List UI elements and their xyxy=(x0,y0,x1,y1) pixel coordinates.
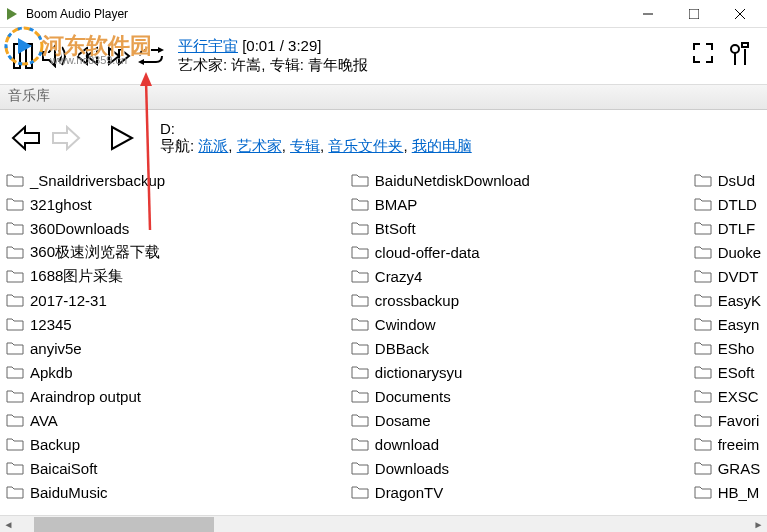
folder-item[interactable]: crossbackup xyxy=(345,288,688,312)
folder-item[interactable]: download xyxy=(345,432,688,456)
scroll-right-button[interactable]: ► xyxy=(750,516,767,533)
folder-item[interactable]: Duoke xyxy=(688,240,767,264)
folder-icon xyxy=(351,413,369,427)
folder-item[interactable]: Easyn xyxy=(688,312,767,336)
folder-item[interactable]: DVDT xyxy=(688,264,767,288)
folder-icon xyxy=(351,197,369,211)
folder-label: BaicaiSoft xyxy=(30,460,98,477)
svg-marker-21 xyxy=(112,127,132,149)
folder-item[interactable]: dictionarysyu xyxy=(345,360,688,384)
folder-label: HB_M xyxy=(718,484,760,501)
svg-marker-7 xyxy=(18,38,32,54)
folder-icon xyxy=(694,197,712,211)
folder-item[interactable]: GRAS xyxy=(688,456,767,480)
folder-item[interactable]: AVA xyxy=(0,408,345,432)
folder-item[interactable]: 360极速浏览器下载 xyxy=(0,240,345,264)
folder-item[interactable]: Backup xyxy=(0,432,345,456)
scroll-thumb[interactable] xyxy=(34,517,214,532)
folder-item[interactable]: EXSC xyxy=(688,384,767,408)
folder-icon xyxy=(694,341,712,355)
folder-item[interactable]: DragonTV xyxy=(345,480,688,504)
nav-back-button[interactable] xyxy=(8,120,44,156)
folder-item[interactable]: 360Downloads xyxy=(0,216,345,240)
folder-icon xyxy=(6,461,24,475)
folder-item[interactable]: DTLF xyxy=(688,216,767,240)
scroll-left-button[interactable]: ◄ xyxy=(0,516,17,533)
folder-label: 360Downloads xyxy=(30,220,129,237)
folder-label: 12345 xyxy=(30,316,72,333)
nav-link-artist[interactable]: 艺术家 xyxy=(237,137,282,154)
folder-icon xyxy=(6,485,24,499)
folder-item[interactable]: Apkdb xyxy=(0,360,345,384)
folder-label: Downloads xyxy=(375,460,449,477)
folder-item[interactable]: 2017-12-31 xyxy=(0,288,345,312)
folder-label: Cwindow xyxy=(375,316,436,333)
folder-label: DBBack xyxy=(375,340,429,357)
folder-item[interactable]: _Snaildriversbackup xyxy=(0,168,345,192)
folder-icon xyxy=(351,437,369,451)
folder-icon xyxy=(351,293,369,307)
nav-label: 导航: xyxy=(160,137,194,154)
folder-icon xyxy=(694,317,712,331)
folder-item[interactable]: DsUd xyxy=(688,168,767,192)
folder-item[interactable]: 1688图片采集 xyxy=(0,264,345,288)
folder-label: EasyK xyxy=(718,292,761,309)
playback-time: [0:01 / 3:29] xyxy=(242,37,321,54)
fullscreen-button[interactable] xyxy=(691,41,715,71)
folder-icon xyxy=(694,485,712,499)
play-all-button[interactable] xyxy=(104,120,140,156)
folder-icon xyxy=(6,317,24,331)
folder-label: crossbackup xyxy=(375,292,459,309)
svg-marker-15 xyxy=(158,47,164,53)
folder-item[interactable]: Araindrop output xyxy=(0,384,345,408)
maximize-button[interactable] xyxy=(671,0,717,28)
nav-link-genre[interactable]: 流派 xyxy=(198,137,228,154)
folder-item[interactable]: HB_M xyxy=(688,480,767,504)
folder-icon xyxy=(6,413,24,427)
settings-button[interactable] xyxy=(729,41,751,71)
nav-link-album[interactable]: 专辑 xyxy=(290,137,320,154)
folder-item[interactable]: Crazy4 xyxy=(345,264,688,288)
folder-icon xyxy=(694,413,712,427)
folder-label: download xyxy=(375,436,439,453)
library-header: 音乐库 xyxy=(0,84,767,110)
album-label: 专辑: xyxy=(270,56,304,73)
folder-icon xyxy=(6,437,24,451)
folder-item[interactable]: DTLD xyxy=(688,192,767,216)
folder-label: Favori xyxy=(718,412,760,429)
minimize-button[interactable] xyxy=(625,0,671,28)
folder-item[interactable]: Documents xyxy=(345,384,688,408)
now-playing-title[interactable]: 平行宇宙 xyxy=(178,37,238,54)
folder-item[interactable]: freeim xyxy=(688,432,767,456)
folder-item[interactable]: BaiduMusic xyxy=(0,480,345,504)
folder-label: Araindrop output xyxy=(30,388,141,405)
folder-item[interactable]: cloud-offer-data xyxy=(345,240,688,264)
folder-icon xyxy=(694,389,712,403)
folder-item[interactable]: Dosame xyxy=(345,408,688,432)
folder-icon xyxy=(6,269,24,283)
folder-item[interactable]: BMAP xyxy=(345,192,688,216)
folder-item[interactable]: EasyK xyxy=(688,288,767,312)
folder-label: Documents xyxy=(375,388,451,405)
folder-item[interactable]: BtSoft xyxy=(345,216,688,240)
folder-item[interactable]: Favori xyxy=(688,408,767,432)
folder-item[interactable]: Downloads xyxy=(345,456,688,480)
folder-item[interactable]: ESho xyxy=(688,336,767,360)
nav-forward-button[interactable] xyxy=(48,120,84,156)
album-name: 青年晚报 xyxy=(308,56,368,73)
folder-item[interactable]: anyiv5e xyxy=(0,336,345,360)
close-button[interactable] xyxy=(717,0,763,28)
folder-item[interactable]: BaiduNetdiskDownload xyxy=(345,168,688,192)
folder-item[interactable]: ESoft xyxy=(688,360,767,384)
folder-item[interactable]: BaicaiSoft xyxy=(0,456,345,480)
folder-label: cloud-offer-data xyxy=(375,244,480,261)
nav-link-my-computer[interactable]: 我的电脑 xyxy=(412,137,472,154)
folder-item[interactable]: 321ghost xyxy=(0,192,345,216)
folder-label: ESho xyxy=(718,340,755,357)
folder-item[interactable]: DBBack xyxy=(345,336,688,360)
horizontal-scrollbar[interactable]: ◄ ► xyxy=(0,515,767,532)
nav-link-music-folder[interactable]: 音乐文件夹 xyxy=(328,137,403,154)
folder-item[interactable]: 12345 xyxy=(0,312,345,336)
folder-label: 321ghost xyxy=(30,196,92,213)
folder-item[interactable]: Cwindow xyxy=(345,312,688,336)
